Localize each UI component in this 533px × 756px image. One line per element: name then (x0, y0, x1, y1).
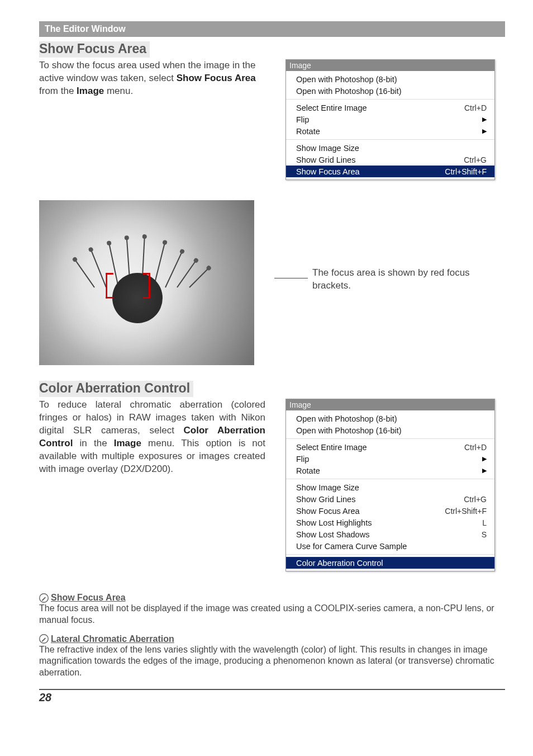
menu-item[interactable]: Rotate▶ (286, 125, 494, 137)
menu-item[interactable]: Select Entire ImageCtrl+D (286, 102, 494, 114)
menu-item[interactable]: Show Focus AreaCtrl+Shift+F (286, 166, 494, 177)
menu-group: Color Aberration Control (286, 555, 494, 571)
note-body-1: The focus area will not be displayed if … (39, 603, 505, 626)
menu-item[interactable]: Flip▶ (286, 114, 494, 125)
chevron-right-icon: ▶ (482, 467, 487, 474)
menu-item-label: Rotate (296, 127, 477, 136)
menu-item-label: Use for Camera Curve Sample (296, 542, 487, 551)
focus-area-photo-block: The focus area is shown by red focus bra… (39, 200, 505, 365)
menu-item-label: Show Image Size (296, 144, 487, 153)
section-title-show-focus-area: Show Focus Area (39, 41, 150, 58)
menu-item-label: Show Grid Lines (296, 495, 464, 504)
menu-item-label: Flip (296, 115, 477, 124)
menu-item-label: Show Lost Shadows (296, 530, 482, 539)
menu-group: Open with Photoshop (8-bit)Open with Pho… (286, 71, 494, 100)
menu-group: Show Image SizeShow Grid LinesCtrl+GShow… (286, 140, 494, 179)
note-title-1-text: Show Focus Area (51, 593, 126, 603)
menu-item-label: Select Entire Image (296, 443, 464, 452)
menu-item[interactable]: Use for Camera Curve Sample (286, 540, 494, 552)
menu-item-label: Select Entire Image (296, 103, 464, 112)
menu-item-label: Open with Photoshop (16-bit) (296, 426, 487, 435)
menu-item[interactable]: Show Image Size (286, 142, 494, 154)
menu-group: Select Entire ImageCtrl+DFlip▶Rotate▶ (286, 100, 494, 140)
menu-item[interactable]: Show Grid LinesCtrl+G (286, 154, 494, 166)
image-menu-2: ImageOpen with Photoshop (8-bit)Open wit… (285, 399, 495, 571)
menu-item-label: Show Image Size (296, 483, 487, 492)
editor-window-header: The Editor Window (39, 21, 505, 37)
menu-item[interactable]: Rotate▶ (286, 465, 494, 476)
note-title-show-focus-area: Show Focus Area (39, 593, 505, 603)
color-aberration-body: To reduce lateral chromatic aberration (… (39, 399, 265, 476)
menu-item[interactable]: Open with Photoshop (16-bit) (286, 85, 494, 97)
menu-item-shortcut: Ctrl+D (464, 443, 487, 452)
flower-photo (39, 200, 254, 365)
caption-leader-line (274, 278, 308, 278)
chevron-right-icon: ▶ (482, 116, 487, 123)
menu-item-label: Open with Photoshop (8-bit) (296, 75, 487, 84)
menu-item[interactable]: Flip▶ (286, 453, 494, 465)
menu-item[interactable]: Show Grid LinesCtrl+G (286, 493, 494, 505)
menu-item-label: Flip (296, 455, 477, 464)
menu-item-shortcut: S (482, 530, 487, 539)
menu-item[interactable]: Open with Photoshop (8-bit) (286, 73, 494, 85)
note-body-2: The refractive index of the lens varies … (39, 644, 505, 679)
chevron-right-icon: ▶ (482, 455, 487, 462)
page-number: 28 (39, 691, 51, 703)
menu-item[interactable]: Show Lost HighlightsL (286, 517, 494, 528)
menu-item[interactable]: Show Image Size (286, 481, 494, 493)
section-title-color-aberration: Color Aberration Control (39, 381, 193, 397)
menu-item-label: Color Aberration Control (296, 559, 487, 568)
menu-title: Image (286, 60, 494, 71)
image-menu-1: ImageOpen with Photoshop (8-bit)Open wit… (285, 59, 495, 180)
flower-center (112, 273, 163, 323)
menu-item-shortcut: Ctrl+Shift+F (445, 167, 487, 176)
note-title-lateral-chromatic: Lateral Chromatic Aberration (39, 634, 505, 644)
menu-item[interactable]: Open with Photoshop (8-bit) (286, 413, 494, 424)
menu-item-label: Show Grid Lines (296, 155, 464, 164)
pencil-icon (39, 634, 49, 644)
menu-item-shortcut: Ctrl+Shift+F (445, 507, 487, 516)
menu-item-shortcut: Ctrl+G (464, 495, 487, 504)
menu-group: Show Image SizeShow Grid LinesCtrl+GShow… (286, 479, 494, 555)
page-footer: 28 (39, 689, 505, 704)
menu-title: Image (286, 399, 494, 410)
menu-group: Select Entire ImageCtrl+DFlip▶Rotate▶ (286, 439, 494, 479)
menu-group: Open with Photoshop (8-bit)Open with Pho… (286, 410, 494, 439)
menu-item-shortcut: Ctrl+D (464, 103, 487, 112)
menu-item[interactable]: Open with Photoshop (16-bit) (286, 424, 494, 436)
show-focus-area-section: Show Focus Area To show the focus area u… (39, 41, 505, 180)
menu-item[interactable]: Show Lost ShadowsS (286, 528, 494, 540)
notes-section: Show Focus Area The focus area will not … (39, 593, 505, 679)
menu-item-label: Open with Photoshop (16-bit) (296, 87, 487, 96)
menu-item-label: Rotate (296, 466, 477, 475)
menu-item-shortcut: L (482, 518, 487, 527)
menu-item-label: Show Focus Area (296, 507, 445, 516)
show-focus-area-body: To show the focus area used when the ima… (39, 59, 265, 98)
menu-item-shortcut: Ctrl+G (464, 155, 487, 164)
pencil-icon (39, 593, 49, 603)
menu-item-label: Open with Photoshop (8-bit) (296, 414, 487, 423)
color-aberration-section: Color Aberration Control To reduce later… (39, 381, 505, 571)
chevron-right-icon: ▶ (482, 127, 487, 135)
menu-item[interactable]: Show Focus AreaCtrl+Shift+F (286, 505, 494, 517)
menu-item[interactable]: Color Aberration Control (286, 557, 494, 569)
note-title-2-text: Lateral Chromatic Aberration (51, 634, 174, 644)
menu-item-label: Show Focus Area (296, 167, 445, 176)
focus-area-caption: The focus area is shown by red focus bra… (312, 267, 474, 292)
menu-item[interactable]: Select Entire ImageCtrl+D (286, 441, 494, 453)
menu-item-label: Show Lost Highlights (296, 518, 482, 527)
